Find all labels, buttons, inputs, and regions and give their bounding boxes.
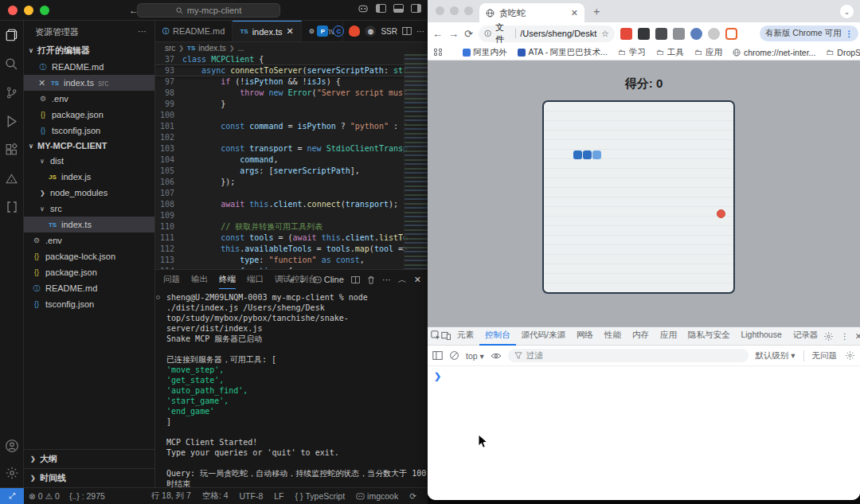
editor-more-actions[interactable]: ··· (416, 27, 424, 36)
indentation[interactable]: 空格: 4 (197, 490, 233, 502)
chrome-close-button[interactable] (436, 6, 444, 15)
devtools-tab-Lighthouse[interactable]: Lighthouse (735, 326, 787, 346)
file-tree-item[interactable]: ⚙.env (24, 232, 154, 248)
bookmark-item[interactable]: 🗀DropShipping (826, 47, 860, 58)
outline-section[interactable]: ❯大纲 (24, 449, 154, 468)
editor-tab-indexts[interactable]: TSindex.ts✕ (233, 21, 301, 41)
braces-count[interactable]: {..} : 2975 (64, 491, 110, 501)
remote-indicator-button[interactable]: ⤢ (0, 488, 24, 504)
explorer-more-actions[interactable]: ··· (138, 26, 147, 38)
panel-tab-端口[interactable]: 端口 (247, 271, 264, 289)
project-root-header[interactable]: ∨MY-MCP-CLIENT (24, 139, 154, 153)
kill-terminal-trash-icon[interactable] (367, 275, 375, 284)
testing-icon[interactable] (4, 170, 20, 186)
account-icon[interactable] (4, 438, 20, 454)
devtools-tab-记录器[interactable]: 记录器 (788, 326, 824, 346)
bookmark-item[interactable]: 阿里内外 (463, 47, 507, 58)
timeline-section[interactable]: ❯时间线 (24, 468, 154, 487)
breadcrumb[interactable]: src❯ TS index.ts❯ ... (155, 42, 428, 54)
devtools-tab-内存[interactable]: 内存 (627, 326, 655, 346)
open-editor-item[interactable]: ⚙.env (24, 91, 154, 107)
explorer-icon[interactable] (4, 27, 20, 43)
bookmark-item[interactable]: 🗀工具 (656, 47, 684, 58)
extension-icon-globe[interactable] (690, 28, 702, 40)
codeium-icon[interactable]: C (333, 25, 344, 37)
source-control-icon[interactable] (4, 84, 20, 100)
devtools-tab-元素[interactable]: 元素 (452, 326, 479, 346)
file-tree-item[interactable]: ⓘREADME.md (24, 280, 154, 296)
console-settings-icon[interactable] (845, 350, 855, 361)
log-levels-dropdown[interactable]: 默认级别 ▾ (755, 350, 795, 361)
split-editor-icon[interactable] (402, 26, 412, 36)
toggle-secondary-sidebar-button[interactable] (411, 4, 421, 13)
console-context-selector[interactable]: top ▾ (466, 351, 484, 361)
file-tree-item[interactable]: ∨src (24, 201, 154, 217)
panel-more-actions[interactable]: ··· (382, 275, 391, 284)
chrome-zoom-button[interactable] (464, 6, 473, 15)
gitlens-fox-icon[interactable] (349, 25, 360, 37)
sync-icon[interactable]: ⟳ (405, 491, 421, 501)
clear-console-icon[interactable] (449, 350, 459, 361)
bookmark-item[interactable]: chrome://net-inter... (733, 47, 815, 58)
browser-back-button[interactable]: ← (432, 28, 443, 40)
extension-icon-red[interactable] (620, 28, 632, 40)
minimap[interactable] (404, 54, 428, 269)
problems-status[interactable]: ⊗0 ⚠0 (24, 491, 64, 501)
console-filter-input[interactable]: 过滤 (508, 349, 749, 362)
new-terminal-button[interactable]: ＋ ⌄ (287, 274, 305, 286)
maximize-panel-button[interactable]: ︿ (398, 274, 407, 286)
bookmark-star-icon[interactable]: ☆ (601, 29, 609, 39)
encoding[interactable]: UTF-8 (235, 491, 268, 501)
file-tree-item[interactable]: JSindex.js (24, 169, 154, 185)
devtools-more-icon[interactable]: ⋮ (840, 331, 849, 341)
tab-search-chevron[interactable]: ⌄ (840, 5, 854, 18)
open-editor-item[interactable]: ✕TSindex.tssrc (24, 75, 154, 91)
close-editor-icon[interactable]: ✕ (38, 78, 46, 88)
imgcook-status[interactable]: imgcook (351, 491, 403, 501)
devtools-tab-隐私与安全[interactable]: 隐私与安全 (682, 326, 736, 346)
close-window-button[interactable] (8, 6, 18, 15)
device-toolbar-icon[interactable] (441, 330, 452, 342)
minimize-window-button[interactable] (24, 6, 33, 15)
issues-counter[interactable]: 无问题 (812, 350, 838, 361)
macos-traffic-lights[interactable] (8, 6, 49, 15)
terminal-output[interactable]: sheng@U-2M09LNQM-0003 my-mcp-client % no… (155, 289, 428, 487)
page-info-icon[interactable] (484, 29, 491, 37)
console-area[interactable]: ❯ (428, 366, 860, 500)
bookmark-item[interactable]: ATA - 阿里巴巴技术... (518, 47, 608, 58)
search-icon[interactable] (4, 56, 20, 72)
chrome-menu-icon[interactable]: ⋮ (845, 29, 854, 38)
screenshot-icon[interactable]: ◎ (365, 25, 376, 37)
open-editors-header[interactable]: ∨打开的编辑器 (24, 42, 154, 59)
devtools-tab-源代码/来源[interactable]: 源代码/来源 (516, 326, 571, 346)
devtools-tab-性能[interactable]: 性能 (599, 326, 627, 346)
devtools-tab-网络[interactable]: 网络 (571, 326, 599, 346)
panel-tab-问题[interactable]: 问题 (163, 271, 180, 289)
toggle-primary-sidebar-button[interactable] (376, 4, 386, 13)
file-tree-item[interactable]: ❯node_modules (24, 185, 154, 201)
close-tab-icon[interactable]: ✕ (287, 26, 294, 37)
extension-icon-disabled[interactable] (708, 28, 720, 40)
browser-tab[interactable]: 贪吃蛇 ✕ (479, 3, 584, 22)
eol-sequence[interactable]: LF (269, 491, 288, 501)
run-debug-icon[interactable] (4, 113, 20, 129)
bookmark-item[interactable]: 🗀学习 (618, 47, 646, 58)
console-sidebar-icon[interactable] (432, 350, 443, 361)
browser-forward-button[interactable]: → (448, 28, 459, 40)
devtools-tab-控制台[interactable]: 控制台 (479, 326, 516, 346)
prettier-icon[interactable]: P (317, 25, 328, 37)
split-terminal-icon[interactable] (351, 275, 360, 284)
panel-tab-输出[interactable]: 输出 (191, 271, 208, 289)
open-editor-item[interactable]: {}tsconfig.json (24, 123, 154, 139)
ssr-label[interactable]: SSR (381, 27, 397, 36)
zoom-window-button[interactable] (40, 6, 49, 15)
extension-icon-target[interactable] (725, 28, 737, 40)
extension-icon-dark1[interactable] (638, 28, 650, 40)
open-editor-item[interactable]: ⓘREADME.md (24, 59, 154, 75)
chrome-update-button[interactable]: 有新版 Chrome 可用⋮ (760, 25, 858, 41)
open-editor-item[interactable]: {}package.json (24, 107, 154, 123)
close-panel-button[interactable]: ✕ (414, 275, 421, 285)
file-tree-item[interactable]: TSindex.ts (24, 217, 154, 232)
snake-game-board[interactable] (542, 100, 735, 294)
editor-tab-READMEmd[interactable]: ⓘREADME.md (155, 21, 233, 41)
